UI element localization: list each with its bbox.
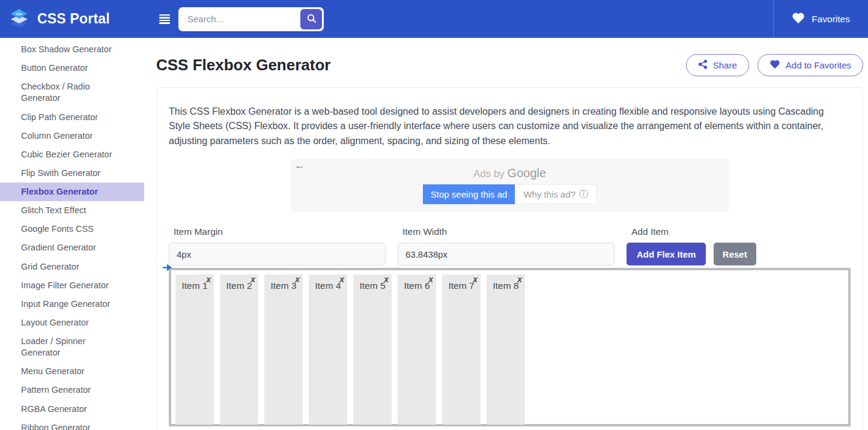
add-item-label: Add Item	[627, 226, 756, 237]
item-width-input[interactable]	[398, 243, 615, 265]
sidebar-item-menu[interactable]: Menu Generator	[0, 362, 144, 381]
item-margin-label: Item Margin	[169, 226, 386, 237]
sidebar-item-loader-spinner[interactable]: Loader / Spinner Generator	[0, 332, 144, 362]
flex-item-3: x Item 3	[264, 274, 303, 425]
sidebar-item-column[interactable]: Column Generator	[0, 127, 144, 145]
sidebar-item-google-fonts[interactable]: Google Fonts CSS	[0, 220, 144, 238]
remove-item-icon[interactable]: x	[206, 274, 211, 284]
remove-item-icon[interactable]: x	[517, 274, 522, 284]
search-icon	[306, 13, 317, 25]
share-button[interactable]: Share	[686, 54, 749, 76]
sidebar-item-box-shadow[interactable]: Box Shadow Generator	[0, 40, 144, 59]
sidebar-item-rgba[interactable]: RGBA Generator	[0, 400, 144, 419]
flex-item-2: x Item 2	[220, 274, 258, 425]
item-margin-input[interactable]	[169, 243, 386, 265]
css-portal-logo-icon: </>	[7, 6, 31, 32]
reset-button[interactable]: Reset	[714, 243, 756, 265]
sidebar-item-button[interactable]: Button Generator	[0, 59, 144, 77]
search-button[interactable]	[300, 9, 322, 29]
favorites-label: Favorites	[812, 14, 850, 25]
share-label: Share	[713, 60, 737, 70]
flex-item-4: x Item 4	[309, 274, 347, 425]
flex-item-8: x Item 8	[487, 274, 525, 425]
remove-item-icon[interactable]: x	[250, 274, 255, 284]
heart-icon	[792, 12, 805, 26]
heart-icon	[769, 59, 780, 71]
sidebar: Box Shadow Generator Button Generator Ch…	[0, 38, 144, 430]
google-brand: Google	[508, 166, 547, 180]
share-icon	[698, 59, 708, 71]
sidebar-item-cubic-bezier[interactable]: Cubic Bezier Generator	[0, 145, 144, 164]
sidebar-item-glitch-text[interactable]: Glitch Text Effect	[0, 201, 144, 220]
flex-item-5: x Item 5	[353, 274, 392, 425]
menu-icon[interactable]	[159, 14, 170, 24]
sidebar-item-grid[interactable]: Grid Generator	[0, 258, 144, 276]
sidebar-item-flip-swith[interactable]: Flip Swith Generator	[0, 164, 144, 183]
add-flex-item-button[interactable]: Add Flex Item	[627, 243, 706, 265]
flex-item-6: x Item 6	[398, 274, 436, 425]
svg-text:</>: </>	[16, 11, 23, 17]
remove-item-icon[interactable]: x	[339, 274, 344, 284]
page-title: CSS Flexbox Generator	[156, 56, 330, 74]
tool-description: This CSS Flexbox Generator is a web-base…	[169, 104, 843, 148]
sidebar-item-flexbox[interactable]: Flexbox Generator	[0, 183, 144, 201]
sidebar-item-input-range[interactable]: Input Range Generator	[0, 295, 144, 313]
sidebar-item-checkbox-radio[interactable]: Checkbox / Radio Generator	[0, 77, 144, 108]
google-ad: ← Ads by Google Stop seeing this ad Why …	[291, 159, 729, 212]
item-width-label: Item Width	[398, 226, 615, 237]
sidebar-item-ribbon[interactable]: Ribbon Generator	[0, 419, 144, 430]
search-input[interactable]	[180, 14, 300, 24]
sidebar-item-gradient[interactable]: Gradient Generator	[0, 238, 144, 257]
generator-card: This CSS Flexbox Generator is a web-base…	[156, 87, 863, 430]
sidebar-item-pattern[interactable]: Pattern Generator	[0, 381, 144, 399]
search-bar	[178, 7, 324, 31]
app-header: </> CSS Portal Favorites	[0, 0, 868, 38]
add-to-favorites-label: Add to Favorites	[786, 60, 851, 70]
sidebar-item-clip-path[interactable]: Clip Path Generator	[0, 108, 144, 127]
ad-back-arrow-icon[interactable]: ←	[295, 160, 305, 172]
remove-item-icon[interactable]: x	[295, 274, 300, 284]
add-to-favorites-button[interactable]: Add to Favorites	[757, 54, 863, 76]
flex-item-1: x Item 1	[175, 274, 214, 425]
favorites-button[interactable]: Favorites	[773, 0, 868, 38]
stop-seeing-ad-button[interactable]: Stop seeing this ad	[423, 184, 515, 204]
flex-item-7: x Item 7	[442, 274, 481, 425]
logo[interactable]: </> CSS Portal	[0, 6, 144, 32]
info-icon: ⓘ	[579, 189, 588, 200]
remove-item-icon[interactable]: x	[428, 274, 433, 284]
sidebar-item-layout[interactable]: Layout Generator	[0, 313, 144, 332]
logo-text: CSS Portal	[37, 11, 110, 27]
sidebar-item-image-filter[interactable]: Image Filter Generator	[0, 276, 144, 295]
remove-item-icon[interactable]: x	[473, 274, 478, 284]
ads-by-google-label: Ads by Google	[291, 159, 729, 180]
why-this-ad-button[interactable]: Why this ad? ⓘ	[515, 184, 596, 204]
remove-item-icon[interactable]: x	[384, 274, 389, 284]
main-content: CSS Flexbox Generator Share	[144, 38, 868, 430]
flex-container-preview: x Item 1 x Item 2 x Item 3 x Item 4 x	[169, 268, 851, 426]
